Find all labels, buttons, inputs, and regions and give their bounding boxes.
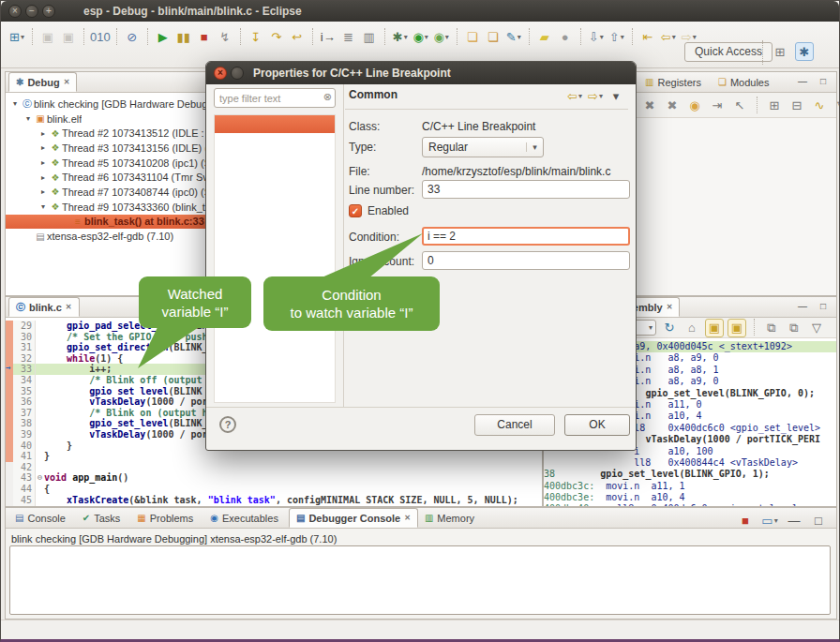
fold-icon[interactable]: [36, 332, 44, 343]
expander-icon[interactable]: ▸: [38, 129, 49, 138]
fold-icon[interactable]: ⊖: [36, 472, 44, 484]
clear-filter-icon[interactable]: ⊗: [323, 91, 332, 103]
tab-close-icon[interactable]: ✕: [64, 78, 70, 86]
expander-icon[interactable]: ▾: [22, 114, 34, 123]
fold-icon[interactable]: [36, 353, 44, 365]
show-opcodes-button[interactable]: ⧉: [762, 319, 781, 337]
terminate-button[interactable]: ■: [195, 27, 214, 46]
previous-annotation-button[interactable]: ⇧▾: [608, 27, 626, 46]
dropdown-arrow-icon[interactable]: ▾: [578, 92, 582, 100]
dialog-maximize-button[interactable]: [231, 67, 244, 80]
remove-all-button[interactable]: ✖: [663, 96, 682, 114]
window-close-button[interactable]: ×: [8, 5, 22, 18]
fold-icon[interactable]: [36, 321, 44, 332]
home-button[interactable]: ⌂: [682, 319, 701, 337]
dropdown-arrow-icon[interactable]: ▾: [600, 33, 604, 41]
code-line[interactable]: }: [6, 505, 542, 506]
fold-icon[interactable]: [36, 451, 44, 462]
fold-icon[interactable]: [36, 484, 44, 495]
annotation-ruler[interactable]: [6, 375, 13, 386]
annotation-ruler[interactable]: [6, 472, 13, 484]
tab-memory[interactable]: ▥ Memory: [418, 508, 485, 528]
code-line[interactable]: 43 ⊖ void app_main(): [6, 472, 542, 484]
view-menu-button[interactable]: ▽: [832, 96, 840, 114]
layout-button[interactable]: ∿: [810, 96, 829, 114]
window-maximize-button[interactable]: +: [42, 5, 55, 18]
mark-occurrences-button[interactable]: ▰: [535, 27, 554, 46]
select-pointer-button[interactable]: ↖: [730, 96, 749, 114]
line-number[interactable]: 41: [13, 451, 36, 462]
help-button[interactable]: ?: [219, 416, 236, 433]
annotation-ruler[interactable]: [6, 332, 13, 343]
collapse-all-button[interactable]: ⊟: [788, 96, 806, 114]
quick-access-button[interactable]: Quick Access: [684, 42, 772, 62]
disasm-view-menu-button[interactable]: ▽: [807, 319, 826, 337]
disassembly-line[interactable]: 38 gpio_set_level(BLINK_GPIO, 1);: [544, 469, 836, 480]
display-selected-console-button[interactable]: ▭▾: [760, 511, 779, 530]
fold-icon[interactable]: [36, 418, 44, 429]
fold-icon[interactable]: [36, 342, 44, 353]
fold-icon[interactable]: [36, 375, 44, 386]
annotation-ruler[interactable]: [6, 484, 13, 495]
annotation-ruler[interactable]: [6, 429, 13, 440]
refresh-button[interactable]: ↻: [660, 319, 679, 337]
annotation-ruler[interactable]: [6, 440, 13, 452]
minimize-view-button[interactable]: —: [785, 511, 803, 530]
suspend-button[interactable]: ▮▮: [174, 27, 193, 46]
dropdown-arrow-icon[interactable]: ▾: [774, 516, 778, 525]
annotation-ruler[interactable]: [6, 321, 13, 332]
annotation-ruler[interactable]: [6, 342, 13, 353]
build-indicator[interactable]: ●: [556, 27, 575, 46]
disconnect-button[interactable]: ↯: [216, 27, 234, 46]
annotation-ruler[interactable]: [6, 451, 13, 462]
open-folder-button[interactable]: ❏: [463, 27, 482, 46]
tab-close-icon[interactable]: ✕: [667, 303, 673, 311]
code-line[interactable]: 41 }: [6, 451, 542, 462]
resume-button[interactable]: ▶: [154, 27, 172, 46]
line-number[interactable]: 37: [13, 408, 36, 419]
line-number[interactable]: 30: [13, 332, 36, 343]
ignore-count-input[interactable]: [422, 251, 630, 270]
tab-tasks[interactable]: ✔ Tasks: [76, 508, 131, 528]
line-number[interactable]: 29: [13, 321, 36, 332]
dialog-nav-actions[interactable]: [215, 133, 335, 151]
annotation-ruler[interactable]: [6, 408, 13, 419]
sync-selection-button[interactable]: ▣: [705, 319, 724, 337]
instruction-stepping-mode-button[interactable]: ▥: [360, 27, 379, 46]
track-expression-button[interactable]: ▣: [728, 319, 746, 337]
open-resource-button[interactable]: ❏: [484, 27, 502, 46]
enabled-checkbox[interactable]: ✓: [349, 204, 362, 217]
console-output[interactable]: [9, 545, 831, 615]
annotation-ruler[interactable]: [6, 418, 13, 429]
tab-debugger-console[interactable]: ▤ Debugger Console ✕: [289, 508, 418, 528]
fold-icon[interactable]: [36, 429, 44, 440]
filter-input[interactable]: [214, 88, 336, 108]
line-number[interactable]: 42: [13, 462, 36, 473]
fold-icon[interactable]: [36, 364, 44, 375]
dropdown-arrow-icon[interactable]: ▾: [599, 92, 603, 100]
tab-modules[interactable]: ❏ Modules: [712, 72, 780, 92]
fold-icon[interactable]: [36, 440, 44, 452]
back-button[interactable]: ⇦▾: [659, 27, 678, 46]
show-source-toggle-button[interactable]: ⧉: [785, 319, 803, 337]
line-number[interactable]: 36: [13, 396, 36, 408]
dialog-title-bar[interactable]: × Properties for C/C++ Line Breakpoint: [206, 62, 636, 84]
annotation-ruler[interactable]: [6, 462, 13, 473]
dialog-nav-common[interactable]: [215, 115, 335, 133]
new-wizard-button[interactable]: ⊞▾: [8, 27, 26, 46]
fold-icon[interactable]: [36, 396, 44, 408]
line-number[interactable]: 40: [13, 440, 36, 452]
minimize-view-button[interactable]: —: [796, 75, 809, 88]
line-number[interactable]: 45: [13, 495, 36, 506]
fold-icon[interactable]: [36, 408, 44, 419]
maximize-view-button[interactable]: □: [809, 511, 828, 530]
skip-all-breakpoints-button[interactable]: ⊘: [123, 27, 142, 46]
line-number[interactable]: 31: [13, 342, 36, 353]
line-number[interactable]: [13, 505, 36, 506]
new-file-button[interactable]: ✎▾: [504, 27, 523, 46]
expander-icon[interactable]: ▸: [38, 158, 49, 167]
expand-all-button[interactable]: ⊞: [765, 96, 784, 114]
remove-button[interactable]: ✖: [640, 96, 659, 114]
minimize-view-button[interactable]: —: [796, 300, 809, 313]
dialog-close-button[interactable]: ×: [214, 67, 227, 80]
